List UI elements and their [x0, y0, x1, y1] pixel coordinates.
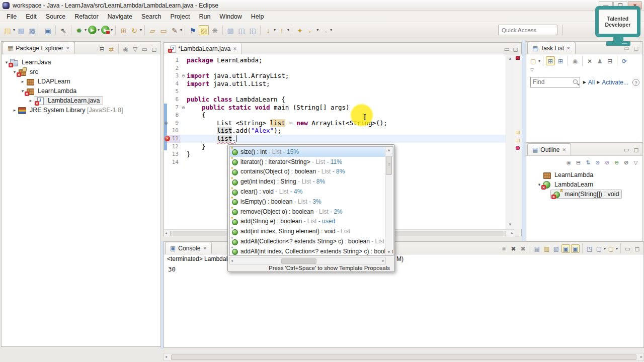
focus-icon[interactable]: ◉	[565, 158, 573, 166]
focus-workweek-icon[interactable]: ◉	[571, 56, 580, 65]
tree-item-jre-system-library[interactable]: ▸JRE System Library [JavaSE-1.8]	[2, 105, 160, 115]
scroll-down-icon[interactable]: ▼	[385, 250, 392, 254]
completion-item[interactable]: ✦iterator() : Iterator<String> - List - …	[230, 157, 393, 167]
scheduled-view-icon[interactable]: ⊞	[556, 56, 565, 65]
open-console-icon[interactable]: ▢	[607, 244, 615, 253]
occurrence-marker[interactable]	[516, 131, 520, 134]
code-line-10[interactable]: 10 list.add("Alex");	[164, 127, 506, 135]
close-icon[interactable]: ✕	[203, 246, 207, 251]
popup-horizontal-scrollbar[interactable]: ◂ ▸	[229, 257, 386, 264]
filter-person-icon[interactable]: ♟	[595, 56, 604, 65]
code-text[interactable]	[187, 87, 506, 96]
menu-window[interactable]: Window	[215, 12, 246, 22]
menu-project[interactable]: Project	[166, 12, 195, 22]
code-text[interactable]: List <String> list = new ArrayList<Strin…	[187, 119, 506, 127]
completion-item[interactable]: ✦remove(Object o) : boolean - List - 2%	[230, 207, 393, 217]
close-icon[interactable]: ✕	[233, 46, 237, 51]
console-tab[interactable]: ▣ Console ✕	[165, 242, 212, 254]
scroll-left-icon[interactable]: ◂	[165, 354, 167, 359]
link-with-editor-icon[interactable]: ⇄	[107, 45, 116, 53]
arrow-icon[interactable]: ▶	[597, 80, 600, 84]
show-stderr-icon[interactable]: ▣	[571, 244, 580, 253]
sort-icon[interactable]: ⇅	[584, 158, 592, 166]
completion-item[interactable]: ✦add(int index, String element) : void -…	[230, 226, 393, 236]
menu-source[interactable]: Source	[41, 12, 70, 22]
tree-arrow-icon[interactable]: ▸	[12, 108, 18, 113]
code-text[interactable]: import java.util.ArrayList;	[187, 72, 506, 80]
remove-all-launches-icon[interactable]: ✖	[519, 244, 527, 253]
dropdown-arrow-icon[interactable]: ▾	[85, 28, 87, 32]
collapse-all-icon[interactable]: ⊟	[605, 56, 614, 65]
overview-ruler[interactable]	[514, 54, 522, 229]
code-text[interactable]: import java.util.List;	[187, 80, 506, 88]
completion-item[interactable]: ✦get(int index) : String - List - 8%	[230, 176, 393, 187]
last-edit-location-icon[interactable]: ✦	[295, 25, 305, 35]
dropdown-arrow-icon[interactable]: ▾	[98, 28, 100, 32]
tree-item-learnlambda[interactable]: ▾✕LearnLambda	[2, 86, 160, 96]
code-line-3[interactable]: 3⊖import java.util.ArrayList;	[164, 72, 506, 80]
code-line-5[interactable]: 5	[164, 87, 506, 96]
menu-navigate[interactable]: Navigate	[103, 12, 137, 22]
code-text[interactable]	[187, 64, 506, 72]
save-icon[interactable]: ▦	[16, 25, 26, 35]
open-resource-icon[interactable]: ▭	[158, 25, 169, 35]
scrollbar-thumb[interactable]	[281, 258, 316, 264]
hide-fields-icon[interactable]: ⊘	[593, 158, 602, 166]
synchronize-icon[interactable]: ⟳	[620, 56, 629, 65]
next-edit-icon[interactable]: ▥	[225, 25, 235, 35]
dropdown-arrow-icon[interactable]: ▾	[140, 28, 142, 32]
maximize-icon[interactable]: ◻	[150, 45, 158, 53]
display-selected-console-icon[interactable]: ▢	[595, 244, 603, 253]
minimize-icon[interactable]: ▭	[623, 244, 632, 253]
completion-item[interactable]: ✦size() : int - List - 15%	[230, 147, 393, 157]
editor-vertical-scrollbar[interactable]: ▲ ▼	[506, 54, 514, 229]
outline-tab[interactable]: ▤ Outline ✕	[527, 143, 571, 155]
code-text[interactable]: list.	[187, 135, 506, 143]
close-icon[interactable]: ✕	[66, 46, 70, 51]
tree-arrow-icon[interactable]: ▸	[28, 98, 34, 103]
completion-item[interactable]: ✦addAll(Collection<? extends String> c) …	[230, 236, 393, 246]
run-icon[interactable]: ▶	[88, 26, 97, 34]
collapse-all-icon[interactable]: ⊟	[574, 158, 583, 166]
warning-marker-icon[interactable]: ⊗	[165, 119, 168, 127]
focus-icon[interactable]: ◉	[121, 45, 130, 53]
task-find-input[interactable]	[531, 77, 575, 86]
dropdown-arrow-icon[interactable]: ▾	[604, 246, 606, 251]
menu-file[interactable]: File	[2, 12, 21, 22]
menu-edit[interactable]: Edit	[21, 12, 41, 22]
selected-tree-item[interactable]: ✕LambdaLearn.java	[34, 96, 103, 105]
new-task-icon[interactable]: ▢	[529, 56, 538, 65]
code-text[interactable]: package LearnLambda;	[187, 56, 506, 64]
forward-icon[interactable]: →	[319, 25, 330, 35]
dropdown-arrow-icon[interactable]: ▾	[316, 28, 318, 32]
menu-refactor[interactable]: Refactor	[70, 12, 103, 22]
completion-item[interactable]: ✦isEmpty() : boolean - List - 3%	[230, 197, 393, 207]
completion-item[interactable]: ✦clear() : void - List - 4%	[230, 187, 393, 197]
scrollbar-thumb[interactable]	[171, 354, 636, 360]
error-marker-icon[interactable]: ✕	[165, 136, 170, 141]
console-horizontal-scrollbar[interactable]: ◂ ▸	[164, 353, 644, 361]
tree-item-main-string-void[interactable]: ✕Smain(String[]) : void	[526, 189, 642, 199]
scroll-right-icon[interactable]: ▸	[640, 354, 642, 359]
open-console-icon[interactable]: ▣	[43, 25, 53, 35]
code-line-7[interactable]: 7⊖ public static void main (String[] arg…	[164, 104, 506, 112]
completion-item[interactable]: ✦addAll(int index, Collection<? extends …	[230, 246, 393, 256]
new-wizard-icon[interactable]: ▤	[3, 25, 13, 35]
occurrence-marker[interactable]	[516, 139, 520, 142]
code-line-8[interactable]: 8 {	[164, 111, 506, 119]
editor-right-sash[interactable]	[522, 41, 526, 241]
new-java-project-icon[interactable]: ⊞	[118, 25, 128, 35]
categorized-view-icon[interactable]: ⊞	[546, 56, 555, 65]
dropdown-arrow-icon[interactable]: ▾	[287, 28, 289, 32]
code-line-9[interactable]: ⊗9 List <String> list = new ArrayList<St…	[164, 119, 506, 127]
editor-window-0-icon[interactable]: ◫	[236, 25, 247, 35]
code-line-6[interactable]: 6public class LambdaLearn {	[164, 96, 506, 104]
arrow-icon[interactable]: ▶	[583, 80, 586, 84]
tree-arrow-icon[interactable]: ▸	[20, 79, 26, 84]
completion-item[interactable]: ✦add(String e) : boolean - List - used	[230, 217, 393, 227]
dropdown-arrow-icon[interactable]: ▾	[330, 28, 332, 32]
word-wrap-icon[interactable]: ▧	[552, 244, 560, 253]
scrollbar-thumb[interactable]	[386, 156, 392, 175]
dropdown-arrow-icon[interactable]: ▾	[180, 28, 182, 32]
scroll-down-icon[interactable]: ▼	[506, 221, 514, 228]
